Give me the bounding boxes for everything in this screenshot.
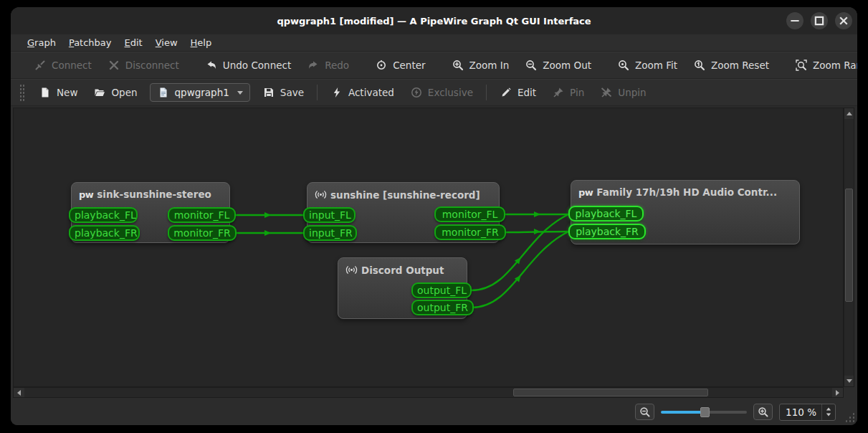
- vertical-scroll-thumb[interactable]: [845, 189, 853, 302]
- scroll-up-button[interactable]: [844, 108, 854, 119]
- spin-up-icon: [826, 408, 831, 411]
- maximize-icon: [813, 14, 826, 27]
- port-input-fl[interactable]: input_FL: [303, 207, 356, 223]
- port-output-fr[interactable]: output_FR: [411, 300, 474, 315]
- edit-icon: [500, 86, 512, 99]
- zoom-out-small-button[interactable]: [635, 404, 654, 420]
- spinbox-arrows[interactable]: [821, 404, 835, 420]
- chevron-down-icon: [237, 91, 243, 95]
- toolbar-drag-handle[interactable]: [19, 84, 24, 101]
- zoom-fit-icon: [617, 59, 630, 72]
- zoom-slider-handle[interactable]: [700, 407, 710, 417]
- patchbay-profile-combobox[interactable]: qpwgraph1: [150, 83, 250, 102]
- window-title: qpwgraph1 [modified] — A PipeWire Graph …: [277, 16, 591, 27]
- open-button[interactable]: Open: [85, 82, 145, 103]
- title-bar[interactable]: qpwgraph1 [modified] — A PipeWire Graph …: [11, 7, 857, 34]
- patchbay-toolbar: New Open qpwgraph1: [11, 79, 857, 106]
- port-output-fl[interactable]: output_FL: [411, 282, 472, 298]
- zoom-in-icon: [452, 59, 464, 72]
- menu-graph[interactable]: Graph: [21, 36, 62, 49]
- port-monitor-fr[interactable]: monitor_FR: [434, 224, 506, 240]
- port-monitor-fr[interactable]: monitor_FR: [168, 225, 237, 241]
- edit-button[interactable]: Edit: [492, 82, 544, 103]
- port-monitor-fl[interactable]: monitor_FL: [168, 207, 236, 223]
- port-playback-fr[interactable]: playback_FR: [568, 224, 646, 239]
- port-input-fr[interactable]: input_FR: [303, 225, 357, 241]
- vertical-scrollbar[interactable]: [844, 108, 854, 387]
- toolbar-separator: [486, 85, 487, 100]
- zoom-fit-button[interactable]: Zoom Fit: [609, 54, 685, 76]
- activated-icon: [330, 86, 343, 99]
- close-button[interactable]: [835, 12, 852, 29]
- horizontal-scrollbar[interactable]: [13, 387, 844, 398]
- port-playback-fr[interactable]: playback_FR: [69, 225, 140, 241]
- zoom-slider[interactable]: [661, 405, 747, 419]
- port-playback-fl[interactable]: playback_FL: [568, 206, 644, 222]
- scroll-left-button[interactable]: [14, 388, 24, 397]
- exclusive-button[interactable]: Exclusive: [402, 82, 481, 103]
- node-title: Discord Output: [361, 265, 444, 276]
- zoom-range-button[interactable]: Zoom Range: [787, 54, 857, 76]
- save-icon: [262, 86, 275, 99]
- menu-help[interactable]: Help: [184, 36, 219, 49]
- arrow-up-icon: [846, 112, 852, 115]
- menu-bar: Graph Patchbay Edit View Help: [11, 34, 857, 52]
- zoom-in-small-button[interactable]: [753, 404, 773, 420]
- undo-icon: [205, 59, 218, 72]
- zoom-slider-empty-track: [704, 411, 747, 414]
- connect-button[interactable]: Connect: [26, 54, 100, 76]
- open-folder-icon: [93, 86, 106, 99]
- pin-icon: [552, 86, 565, 99]
- node-title: Family 17h/19h HD Audio Contr...: [596, 186, 777, 198]
- horizontal-scroll-thumb[interactable]: [513, 389, 708, 396]
- broadcast-icon: [315, 189, 327, 201]
- node-title: sink-sunshine-stereo: [97, 189, 211, 200]
- status-bar: 110 %: [11, 399, 857, 425]
- center-button[interactable]: Center: [367, 54, 433, 76]
- toolbar-separator: [317, 85, 318, 100]
- zoom-in-icon: [757, 406, 770, 419]
- zoom-out-button[interactable]: Zoom Out: [517, 54, 599, 76]
- minimize-button[interactable]: [786, 12, 803, 29]
- scroll-down-button[interactable]: [844, 376, 854, 386]
- menu-edit[interactable]: Edit: [118, 36, 149, 49]
- center-icon: [375, 59, 388, 72]
- zoom-slider-filled-track: [661, 411, 704, 414]
- node-title: sunshine [sunshine-record]: [330, 189, 480, 201]
- disconnect-button[interactable]: Disconnect: [100, 54, 187, 76]
- app-window: qpwgraph1 [modified] — A PipeWire Graph …: [11, 7, 857, 425]
- resize-grip[interactable]: [845, 413, 854, 422]
- minimize-icon: [788, 14, 801, 27]
- broadcast-icon: [345, 264, 358, 276]
- unpin-button[interactable]: Unpin: [592, 82, 654, 103]
- pin-button[interactable]: Pin: [544, 82, 592, 103]
- maximize-button[interactable]: [811, 12, 828, 29]
- activated-button[interactable]: Activated: [323, 82, 402, 103]
- spin-down-icon: [826, 414, 831, 417]
- new-file-icon: [39, 86, 52, 99]
- window-controls: [786, 12, 852, 29]
- zoom-reset-icon: [693, 59, 706, 72]
- zoom-range-icon: [795, 59, 808, 72]
- port-monitor-fl[interactable]: monitor_FL: [434, 206, 505, 222]
- menu-patchbay[interactable]: Patchbay: [62, 36, 118, 49]
- close-icon: [837, 14, 850, 27]
- zoom-reset-button[interactable]: Zoom Reset: [685, 54, 777, 76]
- zoom-percent-value: 110 %: [786, 406, 816, 418]
- redo-button[interactable]: Redo: [299, 54, 357, 76]
- patchbay-file-icon: [157, 86, 170, 99]
- redo-icon: [307, 59, 320, 72]
- graph-toolbar: Connect Disconnect Undo Connect Redo: [11, 52, 857, 79]
- zoom-in-button[interactable]: Zoom In: [444, 54, 518, 76]
- zoom-out-icon: [525, 59, 538, 72]
- new-button[interactable]: New: [31, 82, 85, 103]
- graph-canvas[interactable]: pw sink-sunshine-stereo playback_FL play…: [13, 108, 844, 387]
- menu-view[interactable]: View: [149, 36, 184, 49]
- unpin-icon: [600, 86, 613, 99]
- port-playback-fl[interactable]: playback_FL: [69, 207, 138, 223]
- undo-connect-button[interactable]: Undo Connect: [197, 54, 299, 76]
- arrow-left-icon: [17, 390, 21, 396]
- scroll-right-button[interactable]: [832, 388, 843, 397]
- zoom-percent-spinbox[interactable]: 110 %: [779, 404, 836, 421]
- save-button[interactable]: Save: [254, 82, 312, 103]
